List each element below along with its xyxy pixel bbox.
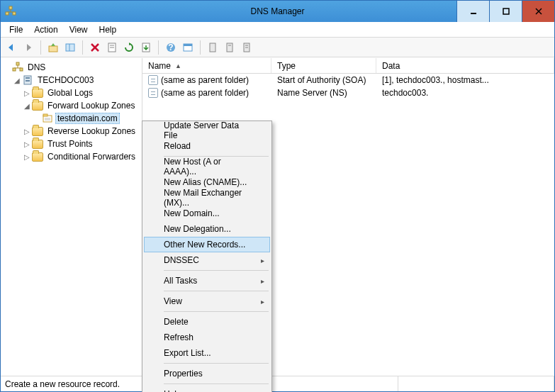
context-menu-item[interactable]: Reload — [144, 138, 270, 154]
svg-rect-34 — [26, 77, 30, 79]
folder-icon — [32, 100, 43, 111]
svg-text:?: ? — [168, 43, 173, 52]
menu-view[interactable]: View — [64, 23, 94, 36]
expand-icon[interactable]: ▷ — [22, 140, 32, 148]
tree-global-logs[interactable]: ▷ Global Logs — [2, 86, 140, 99]
tree-label: testdomain.com — [55, 113, 120, 124]
menu-file[interactable]: File — [4, 23, 28, 36]
tree-reverse-zones[interactable]: ▷ Reverse Lookup Zones — [2, 125, 140, 138]
svg-rect-37 — [43, 114, 47, 116]
expand-icon[interactable]: ▷ — [22, 89, 32, 97]
context-menu-item[interactable]: Export List... — [144, 345, 270, 361]
server-icon — [22, 74, 33, 86]
delete-button[interactable] — [87, 40, 103, 55]
svg-rect-21 — [184, 44, 192, 46]
list-row[interactable]: (same as parent folder) Start of Authori… — [142, 74, 554, 86]
tree-pane[interactable]: DNS ◢ TECHDOC003 ▷ Global Logs ◢ Forward… — [1, 58, 142, 376]
up-button[interactable] — [45, 40, 61, 55]
maximize-button[interactable] — [489, 1, 522, 22]
minimize-button[interactable] — [456, 1, 489, 22]
tree-conditional-forwarders[interactable]: ▷ Conditional Forwarders — [2, 150, 140, 163]
context-menu-item[interactable]: Delete — [144, 314, 270, 330]
sort-asc-icon: ▲ — [175, 62, 181, 69]
tree-root-dns[interactable]: DNS — [2, 61, 140, 74]
filter-button-1[interactable] — [205, 40, 220, 55]
tree-server[interactable]: ◢ TECHDOC003 — [2, 74, 140, 86]
tree-label: Reverse Lookup Zones — [45, 125, 138, 137]
context-menu-item[interactable]: All Tasks — [144, 273, 270, 289]
svg-rect-35 — [26, 80, 30, 82]
toolbar: ? — [1, 38, 554, 57]
toolbar-separator — [200, 40, 201, 55]
titlebar[interactable]: DNS Manager — [1, 1, 554, 22]
tree-trust-points[interactable]: ▷ Trust Points — [2, 138, 140, 150]
forward-button[interactable] — [21, 40, 36, 55]
context-menu-item[interactable]: Refresh — [144, 330, 270, 345]
status-cell — [398, 376, 554, 391]
filter-button-3[interactable] — [239, 40, 254, 55]
dns-manager-window: DNS Manager File Action View Help ? — [0, 0, 555, 392]
tree-label: Forward Lookup Zones — [45, 100, 137, 111]
back-button[interactable] — [4, 40, 19, 55]
column-type[interactable]: Type — [271, 58, 376, 73]
svg-rect-28 — [16, 62, 19, 65]
context-menu-item[interactable]: New Host (A or AAAA)... — [144, 159, 270, 174]
help-button[interactable]: ? — [163, 40, 179, 55]
context-menu-item[interactable]: Properties — [144, 366, 270, 381]
context-menu-item[interactable]: DNSSEC — [144, 252, 270, 268]
export-button[interactable] — [138, 40, 154, 55]
context-menu-item[interactable]: New Domain... — [144, 206, 270, 221]
svg-rect-31 — [13, 68, 16, 71]
tree-zone-testdomain[interactable]: testdomain.com — [2, 112, 140, 125]
column-data[interactable]: Data — [376, 58, 554, 73]
record-icon — [148, 75, 158, 85]
zone-icon — [42, 113, 53, 124]
column-name[interactable]: Name▲ — [142, 58, 271, 73]
context-menu-item[interactable]: Update Server Data File — [144, 123, 270, 138]
menu-help[interactable]: Help — [94, 23, 123, 36]
collapse-icon[interactable]: ◢ — [12, 77, 22, 84]
status-bar: Create a new resource record. — [1, 376, 554, 391]
properties-button[interactable] — [104, 40, 120, 55]
context-menu-item[interactable]: Other New Records... — [144, 237, 270, 252]
menu-action[interactable]: Action — [28, 23, 63, 36]
collapse-icon[interactable]: ◢ — [22, 102, 32, 110]
svg-rect-10 — [66, 44, 74, 51]
list-header: Name▲ Type Data — [142, 58, 554, 74]
close-button[interactable] — [522, 1, 554, 22]
context-menu-item[interactable]: New Delegation... — [144, 221, 270, 237]
svg-rect-3 — [6, 12, 9, 15]
toolbar-separator — [40, 40, 41, 55]
tree-forward-zones[interactable]: ◢ Forward Lookup Zones — [2, 99, 140, 112]
tree-label: DNS — [26, 62, 47, 73]
app-icon — [5, 6, 16, 17]
refresh-button[interactable] — [121, 40, 137, 55]
window-title: DNS Manager — [250, 6, 304, 16]
toolbar-separator — [158, 40, 159, 55]
cell-type: Start of Authority (SOA) — [271, 75, 376, 85]
expand-icon[interactable]: ▷ — [22, 153, 32, 161]
cell-data: [1], techdoc003., hostmast... — [376, 75, 554, 85]
tree-label: Conditional Forwarders — [45, 151, 138, 162]
context-menu-separator — [164, 270, 269, 271]
filter-button-2[interactable] — [222, 40, 237, 55]
context-menu-item[interactable]: View — [144, 293, 270, 309]
context-menu-item[interactable]: New Mail Exchanger (MX)... — [144, 190, 270, 206]
menubar: File Action View Help — [1, 22, 554, 38]
context-menu-separator — [164, 363, 269, 364]
record-icon — [148, 88, 158, 98]
svg-rect-6 — [503, 9, 509, 14]
context-menu-item[interactable]: Help — [144, 386, 270, 392]
folder-icon — [32, 138, 43, 150]
context-menu-separator — [164, 291, 269, 291]
show-hide-tree-button[interactable] — [62, 40, 78, 55]
status-text: Create a new resource record. — [1, 376, 142, 391]
new-window-button[interactable] — [180, 40, 196, 55]
context-menu-separator — [164, 311, 269, 312]
expand-icon[interactable]: ▷ — [22, 128, 32, 135]
dns-icon — [12, 62, 23, 73]
folder-icon — [32, 125, 43, 137]
list-row[interactable]: (same as parent folder) Name Server (NS)… — [142, 86, 554, 99]
toolbar-separator — [82, 40, 83, 55]
tree-label: TECHDOC003 — [35, 74, 96, 86]
